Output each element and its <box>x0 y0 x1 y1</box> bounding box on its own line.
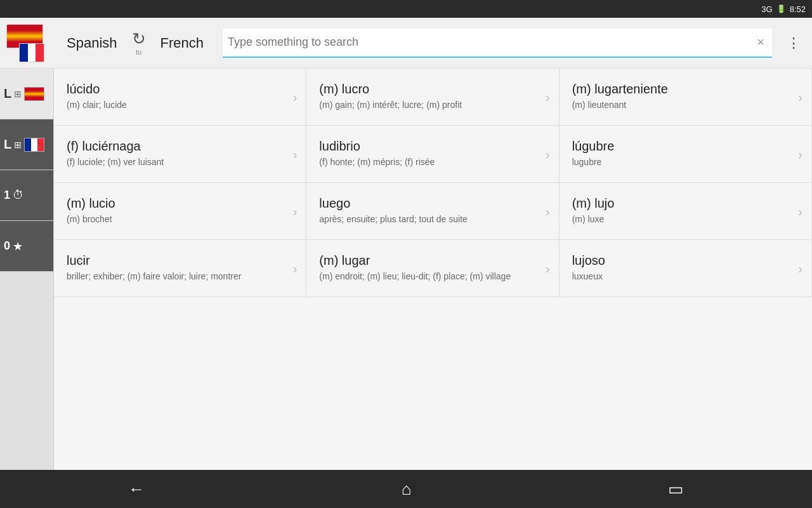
entry-translation: (m) clair; lucide <box>67 99 293 112</box>
home-button[interactable]: ⌂ <box>376 473 437 505</box>
entry-translation: luxueux <box>572 271 799 283</box>
entries-grid: lúcido(m) clair; lucide›(m) lucro(m) gai… <box>54 69 812 297</box>
more-options-button[interactable]: ⋮ <box>782 30 806 57</box>
search-input[interactable] <box>228 36 754 49</box>
recent-count: 1 <box>4 189 10 202</box>
entry-word: (m) lucio <box>67 196 293 211</box>
entry-cell[interactable]: luegoaprès; ensuite; plus tard; tout de … <box>306 183 559 240</box>
recents-button[interactable]: ▭ <box>643 473 709 505</box>
entry-cell[interactable]: lucirbriller; exhiber; (m) faire valoir;… <box>54 240 306 297</box>
entry-arrow-icon: › <box>293 204 298 218</box>
entry-cell[interactable]: ludibrio(f) honte; (m) mépris; (f) risée… <box>306 126 559 183</box>
sidebar-item-l-es[interactable]: L ⊞ <box>0 69 53 119</box>
signal-indicator: 3G <box>761 4 772 14</box>
status-bar: 3G 🔋 8:52 <box>0 0 812 18</box>
entry-translation: briller; exhiber; (m) faire valoir; luir… <box>67 271 293 283</box>
entry-translation: (m) endroit; (m) lieu; lieu-dit; (f) pla… <box>319 271 546 283</box>
sidebar-item-recents[interactable]: 1 ⏱ <box>0 170 53 221</box>
star-icon: ★ <box>13 239 23 253</box>
entry-cell[interactable]: (m) lujo(m) luxe› <box>560 183 812 240</box>
source-language[interactable]: Spanish <box>57 35 127 51</box>
sidebar-letter: L <box>4 86 11 101</box>
entry-arrow-icon: › <box>546 261 550 276</box>
sidebar: L ⊞ L ⊞ 1 ⏱ 0 ★ <box>0 69 54 470</box>
clock: 8:52 <box>790 4 806 14</box>
battery-icon: 🔋 <box>776 4 786 13</box>
entry-translation: (f) honte; (m) mépris; (f) risée <box>319 156 546 169</box>
sidebar-item-l-fr[interactable]: L ⊞ <box>0 119 53 170</box>
sync-icon: ↻ <box>132 30 146 47</box>
target-language[interactable]: French <box>151 35 213 51</box>
clear-search-button[interactable]: × <box>754 32 767 52</box>
entry-arrow-icon: › <box>798 90 802 104</box>
entry-translation: (m) luxe <box>572 213 799 226</box>
expand-icon: ⊞ <box>14 89 22 99</box>
app-icon <box>6 24 44 62</box>
entry-translation: (m) gain; (m) intérêt; lucre; (m) profit <box>319 99 546 112</box>
entry-word: ludibrio <box>319 139 546 154</box>
entry-word: lucir <box>67 253 293 268</box>
entry-cell[interactable]: (m) lugarteniente(m) lieutenant› <box>560 69 812 126</box>
entry-cell[interactable]: (m) lugar(m) endroit; (m) lieu; lieu-dit… <box>306 240 559 297</box>
entry-arrow-icon: › <box>798 204 802 218</box>
bottom-nav: ← ⌂ ▭ <box>0 470 812 508</box>
entry-translation: lugubre <box>572 156 799 169</box>
expand-icon: ⊞ <box>14 140 22 150</box>
entry-cell[interactable]: (f) luciérnaga(f) luciole; (m) ver luisa… <box>54 126 306 183</box>
entry-arrow-icon: › <box>546 204 550 218</box>
flag-es-icon <box>24 87 44 101</box>
entry-translation: (m) lieutenant <box>572 99 799 112</box>
entry-arrow-icon: › <box>293 261 298 276</box>
language-selector[interactable]: Spanish ↻ to French <box>57 30 213 56</box>
entry-word: lujoso <box>572 253 799 268</box>
sidebar-letter: L <box>4 137 11 152</box>
entry-translation: (m) brochet <box>67 213 293 226</box>
sync-to-label: to <box>136 48 141 56</box>
entry-arrow-icon: › <box>546 147 550 161</box>
entry-word: (m) lucro <box>319 82 546 97</box>
entry-arrow-icon: › <box>798 261 802 276</box>
entry-word: luego <box>319 196 546 211</box>
entry-arrow-icon: › <box>293 90 298 104</box>
sidebar-item-favorites[interactable]: 0 ★ <box>0 221 53 272</box>
entry-arrow-icon: › <box>798 147 802 161</box>
favorites-count: 0 <box>4 239 10 253</box>
entry-cell[interactable]: lujosoluxueux› <box>560 240 812 297</box>
main-area: L ⊞ L ⊞ 1 ⏱ 0 ★ lúcido(m) clair; lucide›… <box>0 69 812 470</box>
entry-cell[interactable]: (m) lucio(m) brochet› <box>54 183 306 240</box>
dictionary-content: lúcido(m) clair; lucide›(m) lucro(m) gai… <box>54 69 812 470</box>
header: Spanish ↻ to French × ⋮ <box>0 18 812 69</box>
entry-translation: (f) luciole; (m) ver luisant <box>67 156 293 169</box>
swap-languages-button[interactable]: ↻ to <box>127 30 151 56</box>
entry-arrow-icon: › <box>546 90 550 104</box>
entry-translation: après; ensuite; plus tard; tout de suite <box>319 213 546 226</box>
back-button[interactable]: ← <box>103 473 170 505</box>
search-container[interactable]: × <box>223 29 772 58</box>
entry-word: lúgubre <box>572 139 799 154</box>
entry-word: (m) lugarteniente <box>572 82 799 97</box>
entry-word: (m) lujo <box>572 196 799 211</box>
entry-word: lúcido <box>67 82 293 97</box>
entry-word: (f) luciérnaga <box>67 139 293 154</box>
entry-word: (m) lugar <box>319 253 546 268</box>
entry-arrow-icon: › <box>293 147 298 161</box>
flag-fr-icon <box>24 138 44 152</box>
timer-icon: ⏱ <box>13 189 24 202</box>
entry-cell[interactable]: lúcido(m) clair; lucide› <box>54 69 306 126</box>
entry-cell[interactable]: (m) lucro(m) gain; (m) intérêt; lucre; (… <box>306 69 559 126</box>
entry-cell[interactable]: lúgubrelugubre› <box>560 126 812 183</box>
